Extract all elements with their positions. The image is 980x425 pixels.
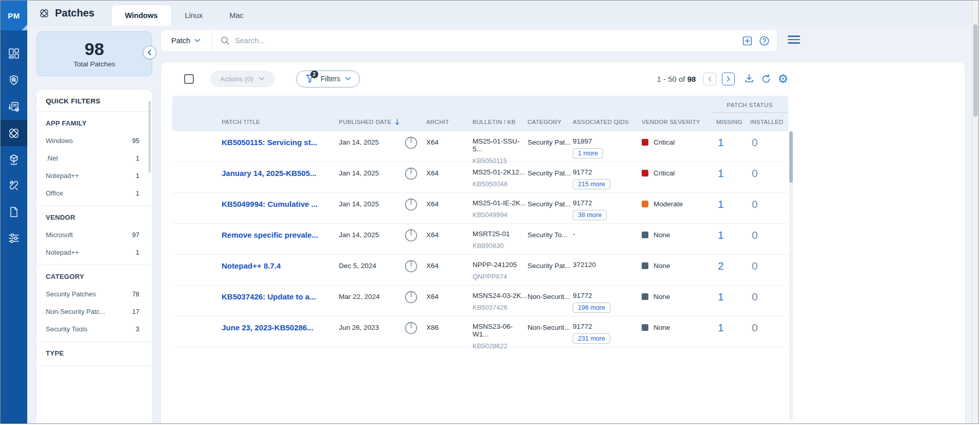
patch-title-link[interactable]: June 23, 2023-KB50286... <box>222 316 339 350</box>
table-scrollbar[interactable] <box>789 131 793 419</box>
col-published-date[interactable]: PUBLISHED DATE <box>339 113 404 131</box>
table-scrollbar-thumb[interactable] <box>789 131 793 183</box>
missing-count[interactable]: 1 <box>711 286 747 316</box>
reports-icon <box>8 100 20 113</box>
kb-id[interactable]: QNPPP874 <box>473 273 528 280</box>
download-button[interactable] <box>743 73 755 84</box>
pm-module-logo[interactable]: PM <box>1 1 27 30</box>
col-bulletin-kb[interactable]: BULLETIN / KB <box>473 113 528 131</box>
quick-filter-item[interactable]: Non-Security Patc... 17 <box>46 308 143 315</box>
search-icon <box>221 36 230 45</box>
settings-button[interactable]: ⚙ <box>777 73 788 85</box>
sidebar-item-documents[interactable] <box>1 199 27 225</box>
category: Security Pat... <box>528 193 573 223</box>
installed-count[interactable]: 0 <box>747 224 788 254</box>
kb-id[interactable]: KB5049994 <box>473 211 528 219</box>
window-scrollbar-thumb[interactable] <box>973 24 978 117</box>
app-window: PM Patches <box>0 0 979 424</box>
kb-id[interactable]: KB5050048 <box>473 180 528 188</box>
col-missing[interactable]: MISSING <box>711 113 747 131</box>
quick-filter-item-label: Microsoft <box>46 231 73 239</box>
missing-count[interactable]: 1 <box>711 131 747 165</box>
qids-more-chip[interactable]: 215 more <box>573 179 610 189</box>
quick-filter-item[interactable]: Windows 95 <box>46 137 143 145</box>
sidebar-item-vulnerabilities[interactable] <box>1 67 27 93</box>
installed-count[interactable]: 0 <box>747 193 788 223</box>
sidebar-item-deployment-tools[interactable] <box>1 172 27 198</box>
row-select-cell <box>172 131 222 165</box>
main-menu-button[interactable] <box>788 34 800 45</box>
patch-title-link[interactable]: KB5037426: Update to a... <box>222 286 339 316</box>
col-select <box>172 113 222 131</box>
select-all-checkbox[interactable] <box>184 74 194 84</box>
missing-count[interactable]: 1 <box>711 316 747 350</box>
tab-windows[interactable]: Windows <box>111 5 172 26</box>
sidebar-item-assets[interactable] <box>1 146 27 172</box>
patch-title-link[interactable]: January 14, 2025-KB505... <box>222 162 339 192</box>
next-page-button[interactable] <box>722 73 735 85</box>
quick-filter-item-count: 1 <box>136 155 139 162</box>
patch-title-link[interactable]: KB5050115: Servicing st... <box>222 131 339 165</box>
window-scrollbar[interactable] <box>972 1 978 423</box>
patch-age-cell <box>404 316 426 350</box>
quick-filter-item[interactable]: Notepad++ 1 <box>46 249 143 256</box>
search-input[interactable] <box>235 37 543 45</box>
search-scope-dropdown[interactable]: Patch <box>161 37 212 45</box>
qids-more-chip[interactable]: 38 more <box>573 210 607 220</box>
refresh-button[interactable] <box>760 73 772 84</box>
sidebar-item-configuration[interactable] <box>1 225 27 251</box>
missing-count[interactable]: 1 <box>711 193 747 223</box>
quick-filter-section: TYPE <box>37 342 152 365</box>
pagination-range: 1 - 50 of 98 <box>657 75 696 83</box>
table-header: PATCH STATUS PATCH TITLE PUBLISHED DATE … <box>172 96 788 131</box>
sidebar-item-dashboard[interactable] <box>1 40 27 66</box>
quick-filter-item[interactable]: Security Patches 78 <box>46 290 143 298</box>
installed-count[interactable]: 0 <box>747 316 788 350</box>
quick-filter-item[interactable]: Office 1 <box>46 189 143 197</box>
severity-label: Moderate <box>654 200 683 208</box>
kb-id[interactable]: KB5037426 <box>473 304 528 311</box>
installed-count[interactable]: 0 <box>747 286 788 316</box>
col-category[interactable]: CATEGORY <box>528 113 573 131</box>
patch-age-clock-icon <box>404 290 418 304</box>
sidebar-item-reports[interactable] <box>1 93 27 119</box>
quick-filter-item[interactable]: Security Tools 3 <box>46 325 143 333</box>
installed-count[interactable]: 0 <box>747 131 788 165</box>
kb-id[interactable]: KB5028622 <box>473 342 528 350</box>
qids-more-chip[interactable]: 1 more <box>573 148 603 158</box>
published-date: Jan 14, 2025 <box>339 224 404 254</box>
qids-more-chip[interactable]: 231 more <box>573 333 610 344</box>
sidebar-item-patches[interactable] <box>1 120 27 146</box>
kb-id[interactable]: KB890830 <box>473 242 528 250</box>
quick-filter-item-label: Notepad++ <box>46 172 79 180</box>
patch-title-link[interactable]: Remove specific prevale... <box>222 224 339 254</box>
tab-mac[interactable]: Mac <box>216 5 257 26</box>
quick-filter-item[interactable]: .Net 1 <box>46 154 143 162</box>
missing-count[interactable]: 2 <box>711 255 747 285</box>
filters-button[interactable]: 2 Filters <box>296 70 360 87</box>
patch-title-link[interactable]: KB5049994: Cumulative ... <box>222 193 339 223</box>
missing-count[interactable]: 1 <box>711 224 747 254</box>
col-architecture[interactable]: ARCHIT <box>426 113 473 131</box>
collapse-panel-button[interactable] <box>143 46 156 59</box>
create-view-button[interactable] <box>742 36 753 46</box>
actions-button[interactable]: Actions (0) <box>210 71 275 87</box>
col-vendor-severity[interactable]: VENDOR SEVERITY <box>642 113 711 131</box>
col-installed[interactable]: INSTALLED <box>747 113 788 131</box>
quick-filter-item[interactable]: Microsoft 97 <box>46 231 143 239</box>
quick-filter-item[interactable]: Notepad++ 1 <box>46 172 143 180</box>
installed-count[interactable]: 0 <box>747 162 788 192</box>
col-associated-qids[interactable]: ASSOCIATED QIDS <box>573 113 642 131</box>
bulletin-kb-cell: MSNS24-03-2K... KB5037426 <box>473 286 528 316</box>
tab-linux[interactable]: Linux <box>172 5 216 26</box>
qids-more-chip[interactable]: 196 more <box>573 303 610 313</box>
col-patch-title[interactable]: PATCH TITLE <box>222 113 339 131</box>
pagination: 1 - 50 of 98 ⚙ <box>657 68 788 89</box>
help-button[interactable] <box>759 36 770 46</box>
installed-count[interactable]: 0 <box>747 255 788 285</box>
patch-title-link[interactable]: Notepad++ 8.7.4 <box>222 255 339 285</box>
previous-page-button[interactable] <box>703 73 716 85</box>
missing-count[interactable]: 1 <box>711 162 747 192</box>
severity-swatch <box>642 324 648 331</box>
filters-scrollbar[interactable] <box>149 101 151 173</box>
